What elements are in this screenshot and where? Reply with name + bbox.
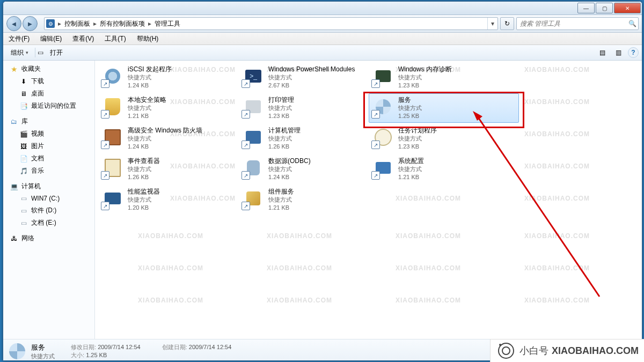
help-button[interactable]: ? bbox=[628, 47, 639, 58]
item-perf-monitor[interactable]: ↗ 性能监视器快捷方式1.20 KB bbox=[98, 185, 233, 215]
sidebar-documents[interactable]: 📄文档 bbox=[3, 152, 94, 165]
item-local-security[interactable]: ↗ 本地安全策略快捷方式1.21 KB bbox=[98, 93, 233, 123]
drive-icon: ▭ bbox=[19, 219, 28, 227]
shortcut-icon: ↗ bbox=[101, 171, 109, 180]
sidebar-computer[interactable]: 💻计算机 bbox=[3, 180, 94, 193]
download-icon: ⬇ bbox=[19, 77, 28, 86]
shortcut-icon: ↗ bbox=[241, 171, 250, 180]
view-options-button[interactable]: ▤ bbox=[596, 46, 609, 59]
network-icon: 🖧 bbox=[10, 234, 18, 243]
details-size: 1.25 KB bbox=[86, 352, 107, 358]
desktop-icon: 🖥 bbox=[19, 90, 28, 98]
menu-tools[interactable]: 工具(T) bbox=[99, 33, 131, 45]
address-dropdown[interactable]: ▾ bbox=[487, 18, 497, 29]
search-box[interactable]: 🔍 bbox=[516, 17, 639, 30]
computer-icon: 💻 bbox=[10, 182, 18, 191]
details-modified: 2009/7/14 12:54 bbox=[98, 344, 141, 350]
navigation-pane[interactable]: ★收藏夹 ⬇下载 🖥桌面 📑最近访问的位置 🗂库 🎬视频 🖼图片 📄文档 🎵音乐… bbox=[3, 61, 95, 339]
sidebar-videos[interactable]: 🎬视频 bbox=[3, 128, 94, 140]
crumb-all-items[interactable]: 所有控制面板项 bbox=[98, 18, 147, 29]
chevron-right-icon: ▸ bbox=[57, 20, 62, 27]
sidebar-downloads[interactable]: ⬇下载 bbox=[3, 75, 94, 87]
library-icon: 🗂 bbox=[10, 117, 18, 126]
shortcut-icon: ↗ bbox=[101, 202, 109, 210]
details-name: 服务 bbox=[31, 343, 55, 352]
shortcut-icon: ↗ bbox=[241, 141, 250, 149]
forward-button[interactable]: ► bbox=[23, 16, 38, 31]
shortcut-icon: ↗ bbox=[371, 79, 380, 88]
shortcut-icon: ↗ bbox=[371, 141, 380, 149]
star-icon: ★ bbox=[10, 65, 18, 73]
menu-help[interactable]: 帮助(H) bbox=[131, 33, 164, 45]
back-button[interactable]: ◄ bbox=[6, 16, 21, 31]
shortcut-icon: ↗ bbox=[241, 110, 250, 119]
item-system-config[interactable]: ↗ 系统配置快捷方式1.21 KB bbox=[369, 154, 519, 184]
open-icon: ▭ bbox=[38, 49, 43, 56]
chevron-down-icon: ▾ bbox=[26, 50, 28, 55]
organize-button[interactable]: 组织▾ bbox=[6, 47, 33, 58]
item-component-services[interactable]: ↗ 组件服务快捷方式1.21 KB bbox=[239, 185, 368, 215]
sidebar-recent[interactable]: 📑最近访问的位置 bbox=[3, 100, 94, 112]
shortcut-icon: ↗ bbox=[101, 79, 109, 88]
crumb-control-panel[interactable]: 控制面板 bbox=[62, 18, 92, 29]
preview-pane-button[interactable]: ▥ bbox=[612, 46, 625, 59]
item-services[interactable]: ↗ 服务快捷方式1.25 KB bbox=[369, 93, 519, 123]
shortcut-icon: ↗ bbox=[371, 110, 380, 119]
sidebar-network[interactable]: 🖧网络 bbox=[3, 232, 94, 245]
sidebar-favorites[interactable]: ★收藏夹 bbox=[3, 63, 94, 75]
file-list[interactable]: XIAOBAIHAO.COM XIAOBAIHAO.COM XIAOBAIHAO… bbox=[95, 61, 642, 339]
address-bar[interactable]: ⚙ ▸ 控制面板 ▸ 所有控制面板项 ▸ 管理工具 ▾ bbox=[44, 17, 498, 30]
shortcut-icon: ↗ bbox=[371, 171, 380, 180]
maximize-button[interactable]: ▢ bbox=[596, 3, 613, 13]
minimize-button[interactable]: — bbox=[577, 3, 595, 13]
drive-icon: ▭ bbox=[19, 206, 28, 215]
item-powershell[interactable]: >_↗ Windows PowerShell Modules快捷方式2.67 K… bbox=[239, 63, 368, 92]
search-input[interactable] bbox=[517, 20, 626, 27]
explorer-window: — ▢ ✕ ◄ ► ⚙ ▸ 控制面板 ▸ 所有控制面板项 ▸ 管理工具 ▾ ↻ … bbox=[3, 1, 642, 361]
separator bbox=[35, 48, 35, 57]
refresh-button[interactable]: ↻ bbox=[500, 17, 514, 30]
search-icon[interactable]: 🔍 bbox=[626, 20, 638, 27]
shortcut-icon: ↗ bbox=[101, 110, 109, 119]
details-created: 2009/7/14 12:54 bbox=[189, 344, 232, 350]
picture-icon: 🖼 bbox=[19, 142, 28, 151]
item-computer-mgmt[interactable]: ↗ 计算机管理快捷方式1.26 KB bbox=[239, 124, 368, 153]
open-button[interactable]: 打开 bbox=[46, 47, 67, 58]
video-icon: 🎬 bbox=[19, 130, 28, 138]
item-iscsi[interactable]: ↗ iSCSI 发起程序快捷方式1.24 KB bbox=[98, 63, 233, 92]
menu-bar: 文件(F) 编辑(E) 查看(V) 工具(T) 帮助(H) bbox=[3, 33, 642, 45]
item-memory-diag[interactable]: ↗ Windows 内存诊断快捷方式1.23 KB bbox=[369, 63, 519, 92]
brand-icon bbox=[498, 343, 514, 359]
close-button[interactable]: ✕ bbox=[614, 3, 641, 13]
item-firewall[interactable]: ↗ 高级安全 Windows 防火墙快捷方式1.24 KB bbox=[98, 124, 233, 153]
shortcut-icon: ↗ bbox=[241, 79, 250, 88]
control-panel-icon: ⚙ bbox=[46, 19, 55, 28]
main-area: ★收藏夹 ⬇下载 🖥桌面 📑最近访问的位置 🗂库 🎬视频 🖼图片 📄文档 🎵音乐… bbox=[3, 61, 642, 339]
sidebar-pictures[interactable]: 🖼图片 bbox=[3, 140, 94, 152]
item-event-viewer[interactable]: ↗ 事件查看器快捷方式1.26 KB bbox=[98, 154, 233, 184]
item-odbc[interactable]: ↗ 数据源(ODBC)快捷方式1.24 KB bbox=[239, 154, 368, 184]
shortcut-icon: ↗ bbox=[101, 141, 109, 149]
shortcut-icon: ↗ bbox=[241, 202, 250, 210]
nav-row: ◄ ► ⚙ ▸ 控制面板 ▸ 所有控制面板项 ▸ 管理工具 ▾ ↻ 🔍 bbox=[3, 15, 642, 33]
details-type: 快捷方式 bbox=[31, 352, 55, 360]
item-print-mgmt[interactable]: ↗ 打印管理快捷方式1.23 KB bbox=[239, 93, 368, 123]
menu-file[interactable]: 文件(F) bbox=[3, 33, 35, 45]
sidebar-desktop[interactable]: 🖥桌面 bbox=[3, 87, 94, 100]
titlebar: — ▢ ✕ bbox=[3, 2, 642, 15]
menu-edit[interactable]: 编辑(E) bbox=[35, 33, 67, 45]
sidebar-drive-d[interactable]: ▭软件 (D:) bbox=[3, 204, 94, 217]
brand-footer: 小白号 XIAOBAIHAO.COM bbox=[490, 339, 644, 362]
menu-view[interactable]: 查看(V) bbox=[67, 33, 99, 45]
sidebar-libraries[interactable]: 🗂库 bbox=[3, 115, 94, 128]
toolbar: 组织▾ ▭ 打开 ▤ ▥ ? bbox=[3, 45, 642, 61]
recent-icon: 📑 bbox=[19, 102, 28, 110]
sidebar-drive-e[interactable]: ▭文档 (E:) bbox=[3, 217, 94, 229]
sidebar-music[interactable]: 🎵音乐 bbox=[3, 165, 94, 177]
document-icon: 📄 bbox=[19, 154, 28, 163]
crumb-admin-tools[interactable]: 管理工具 bbox=[152, 18, 182, 29]
drive-icon: ▭ bbox=[19, 194, 28, 203]
item-task-scheduler[interactable]: ↗ 任务计划程序快捷方式1.23 KB bbox=[369, 124, 519, 153]
sidebar-drive-c[interactable]: ▭WIN7 (C:) bbox=[3, 193, 94, 204]
services-icon bbox=[9, 343, 26, 360]
